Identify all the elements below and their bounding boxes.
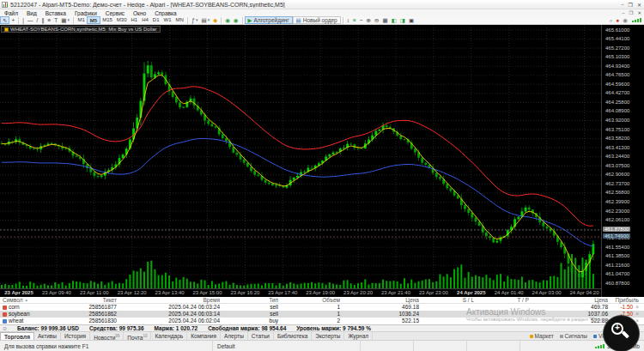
chart-area[interactable]: 465.61000465.44100465.27200465.10300464.… (0, 25, 644, 297)
price-tick-label: 462.90600 (605, 172, 629, 177)
maximize-button[interactable]: ❐ (629, 2, 633, 8)
timeframe-M15[interactable]: M15 (100, 16, 115, 24)
position-row-corn[interactable]: corn2585618772025.04.24 06:03:24sell1469… (0, 304, 644, 311)
timeframe-M5[interactable]: M5 (87, 16, 100, 24)
timeframe-W1[interactable]: W1 (161, 16, 173, 24)
bottom-link-Маркет[interactable]: Маркет (530, 333, 554, 339)
candlestick-chart[interactable] (0, 25, 601, 288)
timeframe-M30[interactable]: M30 (114, 16, 129, 24)
timeframe-D1[interactable]: D1 (150, 16, 161, 24)
column-header-Цена[interactable]: Цена (534, 297, 613, 304)
volume-cell: 1 (283, 311, 345, 318)
one-click-trading-icon[interactable] (4, 27, 9, 32)
crosshair-icon[interactable]: + (9, 16, 16, 24)
position-row-wheat[interactable]: wheat2585618302025.04.24 06:02:04buy2522… (0, 318, 644, 324)
column-header-Символ[interactable]: Символ▲ (0, 297, 53, 304)
tab-Журнал[interactable]: Журнал (344, 332, 373, 340)
horizontal-line-icon[interactable]: — (26, 16, 35, 24)
column-header-Объем[interactable]: Объем (283, 297, 345, 304)
close-position-button[interactable]: × (635, 304, 639, 310)
chart-minimize-button[interactable]: – (622, 10, 624, 15)
price-tick-label: 463.41300 (605, 145, 629, 150)
templates-dropdown-icon[interactable]: ▾ (208, 16, 210, 24)
tab-Активы[interactable]: Активы (34, 332, 61, 340)
close-button[interactable]: ✕ (637, 2, 641, 8)
tab-Эксперты[interactable]: Эксперты (312, 332, 344, 340)
shift-chart-icon[interactable]: ◧ (390, 16, 398, 24)
indicators-dropdown-icon[interactable]: ▾ (196, 16, 198, 24)
line-chart-icon[interactable]: ~ (358, 16, 365, 24)
indicators-icon[interactable]: ƒ▾ (190, 16, 199, 24)
chart-restore-button[interactable]: ❐ (629, 10, 633, 15)
time-axis[interactable]: 23 Apr 202523 Apr 09:4023 Apr 11:0023 Ap… (0, 288, 601, 297)
shapes-icon[interactable]: ▦▾ (59, 16, 71, 24)
templates-icon[interactable]: ▤▾ (200, 16, 212, 24)
position-row-soybean[interactable]: soybean2585618622025.04.24 06:03:14sell1… (0, 311, 644, 318)
symbol-name: wheat (9, 318, 23, 324)
screen-magnifier-overlay[interactable]: + (604, 316, 639, 351)
notifications-icon[interactable]: ● (614, 16, 621, 24)
algotrading-button[interactable]: ▶Алготрейдинг (245, 16, 293, 24)
new-chart-icon[interactable]: ▣ (407, 16, 416, 24)
menu-Вид[interactable]: Вид (22, 10, 41, 16)
menu-Файл[interactable]: Файл (0, 10, 22, 16)
time-tick-label: 23 Apr 23:00 (415, 290, 453, 295)
toolbar: ⇖+|—/∥≡T▦▾M1M5M15M30H1H4D1W1MNƒ▾▤▾◆◉◉▶Ал… (0, 16, 644, 25)
column-header-Тикет[interactable]: Тикет (53, 297, 122, 304)
tab-Календарь[interactable]: Календарь (151, 332, 187, 340)
tab-Торговля[interactable]: Торговля (0, 332, 34, 340)
bars-chart-icon[interactable]: ≡ (351, 16, 358, 24)
column-header-S / L[interactable]: S / L (424, 297, 479, 304)
tab-История[interactable]: История (61, 332, 90, 340)
favorites-icon[interactable]: ◆ (211, 16, 219, 24)
tab-Алерты[interactable]: Алерты (221, 332, 248, 340)
price-axis[interactable]: 465.61000465.44100465.27200465.10300464.… (601, 25, 644, 297)
time-cell: 2025.04.24 06:02:04 (122, 318, 225, 324)
tab-Библиотека[interactable]: Библиотека (274, 332, 312, 340)
search-icon[interactable]: ⌕ (608, 16, 615, 24)
menu-Вставка[interactable]: Вставка (41, 10, 70, 16)
shapes-dropdown-icon[interactable]: ▾ (67, 16, 70, 24)
menu-Сервис[interactable]: Сервис (101, 10, 129, 16)
equidistant-channel-icon[interactable]: ∥ (39, 16, 46, 24)
timeframe-H1[interactable]: H1 (129, 16, 140, 24)
timeframe-M1[interactable]: M1 (76, 16, 87, 24)
auto-scroll-icon[interactable]: ◨ (398, 16, 407, 24)
column-header-Время[interactable]: Время (122, 297, 225, 304)
tile-windows-icon[interactable]: ▦ (380, 16, 389, 24)
new-order-button[interactable]: ▤Новый ордер (293, 16, 341, 24)
column-header-Цена[interactable]: Цена (345, 297, 424, 304)
chart-close-button[interactable]: ✕ (637, 10, 641, 15)
minimize-button[interactable]: – (621, 2, 623, 8)
profile-selector[interactable]: Default (213, 341, 361, 351)
timeframe-H4[interactable]: H4 (140, 16, 151, 24)
zoom-out-icon[interactable]: ⊖ (373, 16, 380, 24)
fibonacci-icon[interactable]: ≡ (46, 16, 53, 24)
tab-Новости[interactable]: Новости99 (90, 332, 124, 340)
menu-Справка[interactable]: Справка (150, 10, 181, 16)
type-cell: buy (225, 318, 283, 324)
timeframe-MN[interactable]: MN (173, 16, 185, 24)
text-icon[interactable]: T (52, 16, 59, 24)
column-header-Прибыль[interactable]: Прибыль (613, 297, 644, 304)
zoom-in-icon[interactable]: ⊕ (365, 16, 373, 24)
tab-Почта[interactable]: Почта10 (124, 332, 151, 340)
buy-position-icon (3, 319, 7, 324)
cursor-icon[interactable]: ⇖ (0, 16, 9, 24)
algotrading-label: Алготрейдинг (254, 16, 289, 24)
tab-Компания[interactable]: Компания (187, 332, 221, 340)
menu-Окно[interactable]: Окно (129, 10, 150, 16)
column-header-Тип[interactable]: Тип (225, 297, 283, 304)
column-header-symbol[interactable]: Символ (3, 297, 22, 304)
depth-of-market-icon[interactable]: ◉ (223, 16, 232, 24)
bottom-link-Сигналы[interactable]: Сигналы (560, 333, 587, 339)
market-watch-icon[interactable]: ◉ (232, 16, 240, 24)
menu-Графики[interactable]: Графики (70, 10, 101, 16)
user-icon[interactable]: ◉ (621, 16, 629, 24)
sort-indicator-icon: ▲ (24, 297, 27, 304)
column-header-T / P[interactable]: T / P (479, 297, 534, 304)
close-position-button[interactable]: × (635, 311, 639, 317)
close-position-button[interactable]: × (635, 318, 639, 324)
tab-Статьи[interactable]: Статьи (248, 332, 274, 340)
tick-chart-icon[interactable]: ↕ (345, 16, 351, 24)
